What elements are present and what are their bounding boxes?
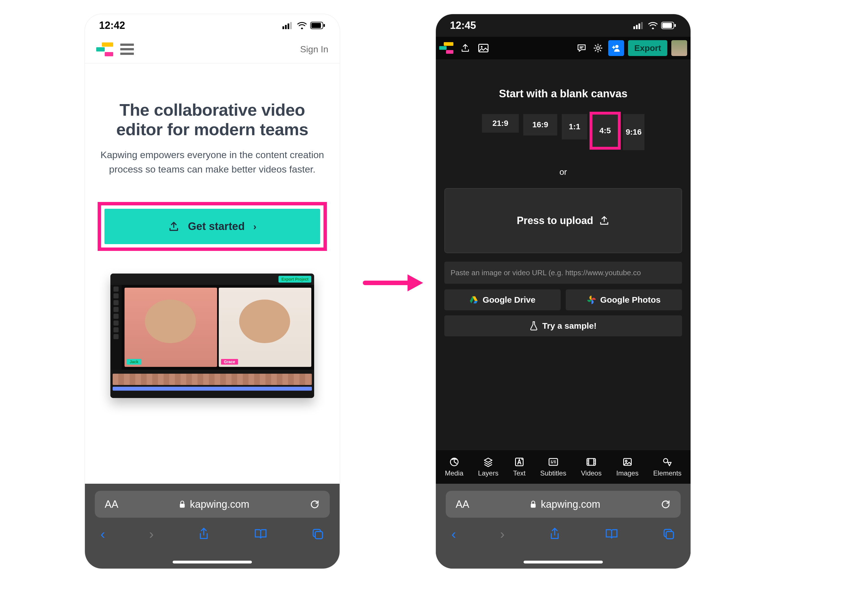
svg-rect-7 (180, 504, 184, 507)
svg-rect-3 (290, 22, 292, 29)
upload-button[interactable]: Press to upload (444, 188, 682, 253)
svg-rect-14 (639, 23, 640, 29)
forward-button[interactable]: › (500, 526, 505, 542)
svg-point-24 (615, 45, 618, 48)
phone-left: 12:42 Sign In The collaborative video (85, 14, 339, 569)
tabs-button[interactable] (663, 528, 675, 540)
tab-videos[interactable]: Videos (581, 457, 602, 477)
ratio-16-9[interactable]: 16:9 (523, 114, 557, 136)
settings-icon[interactable] (592, 42, 604, 54)
tab-text[interactable]: Text (513, 457, 525, 477)
tab-subtitles[interactable]: Subtitles (540, 457, 566, 477)
svg-rect-18 (674, 24, 676, 27)
editor-body: Start with a blank canvas 21:916:91:14:5… (436, 59, 691, 348)
home-indicator (173, 561, 252, 563)
signin-link[interactable]: Sign In (300, 44, 328, 54)
home-indicator (524, 561, 603, 563)
tab-media[interactable]: Media (445, 457, 463, 477)
gdrive-icon (470, 296, 478, 304)
canvas-title: Start with a blank canvas (444, 88, 682, 100)
svg-rect-15 (641, 22, 643, 29)
svg-point-23 (597, 47, 600, 49)
svg-rect-12 (633, 26, 635, 29)
hero-subtitle: Kapwing empowers everyone in the content… (99, 148, 326, 176)
lock-icon (178, 500, 186, 509)
svg-rect-2 (288, 23, 289, 29)
ratio-1-1[interactable]: 1:1 (562, 114, 587, 139)
status-time: 12:45 (450, 20, 476, 31)
flow-arrow (362, 272, 425, 294)
svg-point-44 (625, 460, 627, 462)
site-header: Sign In (85, 37, 339, 63)
reader-aa-button[interactable]: AA (105, 498, 118, 510)
status-time: 12:42 (99, 20, 125, 31)
ratio-21-9[interactable]: 21:9 (482, 114, 519, 133)
google-photos-button[interactable]: Google Photos (566, 289, 682, 310)
image-icon[interactable] (477, 42, 490, 54)
status-icons (633, 22, 676, 29)
svg-rect-48 (666, 531, 674, 538)
svg-rect-46 (531, 504, 535, 507)
svg-rect-0 (282, 26, 284, 29)
svg-rect-5 (311, 23, 321, 28)
aspect-ratio-row: 21:916:91:14:59:16 (444, 114, 682, 150)
google-drive-button[interactable]: Google Drive (444, 289, 561, 310)
hero: The collaborative video editor for moder… (85, 63, 339, 176)
editor-preview-image: Export Project Jack Grace (110, 274, 314, 398)
svg-rect-29 (549, 458, 558, 465)
safari-chrome: AA kapwing.com ‹ › (436, 484, 691, 569)
forward-button[interactable]: › (149, 526, 153, 542)
url-domain: kapwing.com (190, 498, 250, 510)
lock-icon (530, 500, 537, 509)
url-bar[interactable]: AA kapwing.com (95, 491, 330, 518)
kapwing-logo[interactable] (96, 42, 113, 56)
gphotos-icon (587, 295, 596, 304)
svg-point-45 (664, 458, 668, 463)
user-avatar[interactable] (671, 40, 687, 56)
kapwing-logo[interactable] (439, 42, 453, 54)
menu-icon[interactable] (120, 43, 134, 55)
cta-highlight: Get started › (98, 202, 327, 251)
comment-icon[interactable] (575, 42, 588, 54)
export-button[interactable]: Export (628, 40, 667, 56)
tab-layers[interactable]: Layers (478, 457, 498, 477)
reload-icon[interactable] (310, 499, 320, 509)
svg-rect-9 (315, 531, 322, 538)
tab-elements[interactable]: Elements (653, 457, 682, 477)
url-input[interactable]: Paste an image or video URL (e.g. https:… (444, 261, 682, 284)
ratio-4-5[interactable]: 4:5 (592, 114, 618, 147)
phone-right: 12:45 (436, 14, 691, 569)
share-button[interactable] (198, 527, 210, 541)
bookmarks-button[interactable] (254, 528, 267, 540)
url-domain: kapwing.com (541, 498, 600, 510)
svg-marker-11 (408, 274, 423, 291)
editor-header: Export (436, 37, 691, 59)
url-bar[interactable]: AA kapwing.com (446, 491, 680, 518)
bookmarks-button[interactable] (605, 528, 618, 540)
upload-icon (168, 221, 180, 232)
add-user-button[interactable] (608, 40, 624, 56)
svg-marker-26 (473, 301, 478, 303)
tab-images[interactable]: Images (616, 457, 639, 477)
svg-rect-6 (324, 24, 325, 27)
hero-title: The collaborative video editor for moder… (99, 100, 326, 139)
svg-rect-1 (285, 25, 287, 29)
try-sample-button[interactable]: Try a sample! (444, 316, 682, 336)
flask-icon (530, 321, 538, 330)
ratio-9-16[interactable]: 9:16 (623, 114, 645, 150)
reload-icon[interactable] (660, 499, 671, 509)
status-bar: 12:42 (85, 14, 339, 37)
or-label: or (444, 167, 682, 177)
get-started-button[interactable]: Get started › (104, 209, 320, 244)
tabs-button[interactable] (312, 528, 324, 540)
share-button[interactable] (549, 527, 561, 541)
back-button[interactable]: ‹ (101, 526, 105, 542)
status-icons (282, 22, 326, 29)
safari-chrome: AA kapwing.com ‹ › (85, 484, 339, 569)
upload-icon[interactable] (459, 42, 471, 54)
back-button[interactable]: ‹ (451, 526, 456, 542)
reader-aa-button[interactable]: AA (456, 498, 469, 510)
editor-tabs: MediaLayersTextSubtitlesVideosImagesElem… (436, 450, 691, 484)
svg-rect-13 (636, 25, 638, 29)
chevron-right-icon: › (253, 221, 256, 232)
